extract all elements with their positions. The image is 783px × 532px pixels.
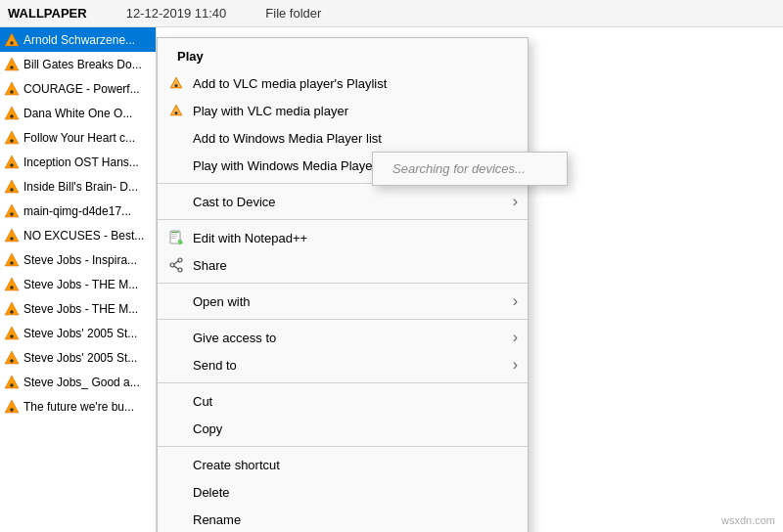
file-item[interactable]: NO EXCUSES - Best... xyxy=(0,223,156,247)
vlc-icon-2 xyxy=(167,102,185,119)
menu-item-share[interactable]: Share xyxy=(158,251,528,279)
watermark: wsxdn.com xyxy=(721,514,775,526)
separator-3 xyxy=(158,283,528,284)
file-item[interactable]: main-qimg-d4de17... xyxy=(0,199,156,223)
file-item[interactable]: COURAGE - Powerf... xyxy=(0,76,156,101)
svg-point-37 xyxy=(175,111,178,114)
svg-point-23 xyxy=(10,310,14,314)
file-name-label: Steve Jobs - Inspira... xyxy=(23,253,137,267)
svg-rect-42 xyxy=(171,238,176,239)
context-menu: Play Add to VLC media player's Playlist xyxy=(157,37,529,532)
file-vlc-icon xyxy=(4,277,20,292)
file-vlc-icon xyxy=(4,252,20,268)
svg-point-11 xyxy=(10,163,14,167)
notepad-icon xyxy=(167,229,185,246)
folder-type: File folder xyxy=(265,6,321,21)
file-name-label: Inside Bill's Brain- D... xyxy=(23,180,138,194)
menu-item-open-with[interactable]: Open with xyxy=(158,288,528,315)
vlc-icon-1 xyxy=(167,74,185,92)
file-item[interactable]: Steve Jobs - THE M... xyxy=(0,296,156,321)
file-vlc-icon xyxy=(4,350,20,366)
file-item[interactable]: Steve Jobs - Inspira... xyxy=(0,247,156,272)
file-item[interactable]: Steve Jobs_ Good a... xyxy=(0,370,156,394)
file-vlc-icon xyxy=(4,375,20,390)
menu-item-cast[interactable]: Cast to Device xyxy=(158,188,528,215)
cast-submenu: Searching for devices... xyxy=(372,152,568,186)
svg-point-1 xyxy=(10,41,14,45)
top-bar: WALLPAPER 12-12-2019 11:40 File folder xyxy=(0,0,783,27)
svg-point-17 xyxy=(10,237,14,241)
file-item[interactable]: Steve Jobs' 2005 St... xyxy=(0,321,156,345)
svg-line-48 xyxy=(174,266,178,269)
menu-item-play[interactable]: Play xyxy=(158,42,528,69)
file-vlc-icon xyxy=(4,203,20,219)
menu-item-rename[interactable]: Rename xyxy=(158,506,528,532)
file-name-label: main-qimg-d4de17... xyxy=(23,204,131,218)
svg-point-31 xyxy=(10,408,14,412)
svg-point-21 xyxy=(10,286,14,289)
svg-rect-41 xyxy=(171,236,178,237)
separator-2 xyxy=(158,219,528,220)
file-vlc-icon xyxy=(4,228,20,244)
menu-item-add-wmp[interactable]: Add to Windows Media Player list xyxy=(158,124,528,152)
file-item[interactable]: Arnold Schwarzene... xyxy=(0,27,156,52)
folder-date: 12-12-2019 11:40 xyxy=(126,6,227,21)
svg-rect-40 xyxy=(171,234,177,235)
file-item[interactable]: Follow Your Heart c... xyxy=(0,125,156,150)
menu-item-copy[interactable]: Copy xyxy=(158,415,528,442)
submenu-searching: Searching for devices... xyxy=(373,156,567,181)
file-item[interactable]: Steve Jobs - THE M... xyxy=(0,272,156,296)
file-name-label: The future we're bu... xyxy=(23,400,134,414)
menu-item-give-access[interactable]: Give access to xyxy=(158,324,528,351)
file-name-label: Bill Gates Breaks Do... xyxy=(23,58,142,71)
file-name-label: Steve Jobs - THE M... xyxy=(23,302,138,316)
svg-point-29 xyxy=(10,383,14,387)
file-item[interactable]: Inception OST Hans... xyxy=(0,150,156,174)
file-vlc-icon xyxy=(4,326,20,341)
file-name-label: Steve Jobs_ Good a... xyxy=(23,376,140,389)
svg-point-46 xyxy=(178,268,182,272)
svg-point-19 xyxy=(10,261,14,265)
svg-point-44 xyxy=(178,258,182,262)
file-item[interactable]: The future we're bu... xyxy=(0,394,156,419)
svg-point-27 xyxy=(10,359,14,363)
explorer-window: WALLPAPER 12-12-2019 11:40 File folder A… xyxy=(0,0,783,532)
file-name-label: Steve Jobs' 2005 St... xyxy=(23,351,137,365)
file-vlc-icon xyxy=(4,155,20,170)
file-vlc-icon xyxy=(4,301,20,317)
file-vlc-icon xyxy=(4,106,20,121)
svg-point-45 xyxy=(170,263,174,267)
file-name-label: Arnold Schwarzene... xyxy=(23,33,135,47)
file-item[interactable]: Dana White One O... xyxy=(0,101,156,125)
file-item[interactable]: Inside Bill's Brain- D... xyxy=(0,174,156,199)
file-name-label: NO EXCUSES - Best... xyxy=(23,229,144,243)
menu-item-play-vlc[interactable]: Play with VLC media player xyxy=(158,97,528,124)
file-item[interactable]: Bill Gates Breaks Do... xyxy=(0,52,156,76)
file-vlc-icon xyxy=(4,32,20,48)
svg-rect-39 xyxy=(171,232,179,233)
svg-point-25 xyxy=(10,334,14,338)
menu-item-create-shortcut[interactable]: Create shortcut xyxy=(158,451,528,478)
menu-item-send-to[interactable]: Send to xyxy=(158,351,528,378)
file-name-label: Dana White One O... xyxy=(23,107,132,120)
svg-line-47 xyxy=(174,261,178,264)
file-name-label: Inception OST Hans... xyxy=(23,155,139,169)
menu-item-delete[interactable]: Delete xyxy=(158,478,528,506)
file-vlc-icon xyxy=(4,179,20,195)
share-icon xyxy=(167,256,185,274)
menu-item-edit-notepad[interactable]: Edit with Notepad++ xyxy=(158,224,528,251)
file-name-label: Follow Your Heart c... xyxy=(23,131,135,145)
file-vlc-icon xyxy=(4,130,20,146)
svg-point-5 xyxy=(10,90,14,94)
separator-4 xyxy=(158,319,528,320)
file-item[interactable]: Steve Jobs' 2005 St... xyxy=(0,345,156,370)
menu-item-cut[interactable]: Cut xyxy=(158,387,528,415)
file-name-label: Steve Jobs - THE M... xyxy=(23,278,138,291)
separator-6 xyxy=(158,446,528,447)
file-list: Arnold Schwarzene... Bill Gates Breaks D… xyxy=(0,27,157,532)
menu-item-add-vlc-playlist[interactable]: Add to VLC media player's Playlist xyxy=(158,69,528,97)
folder-name: WALLPAPER xyxy=(8,6,87,21)
file-vlc-icon xyxy=(4,399,20,415)
svg-point-7 xyxy=(10,114,14,118)
svg-point-3 xyxy=(10,66,14,69)
